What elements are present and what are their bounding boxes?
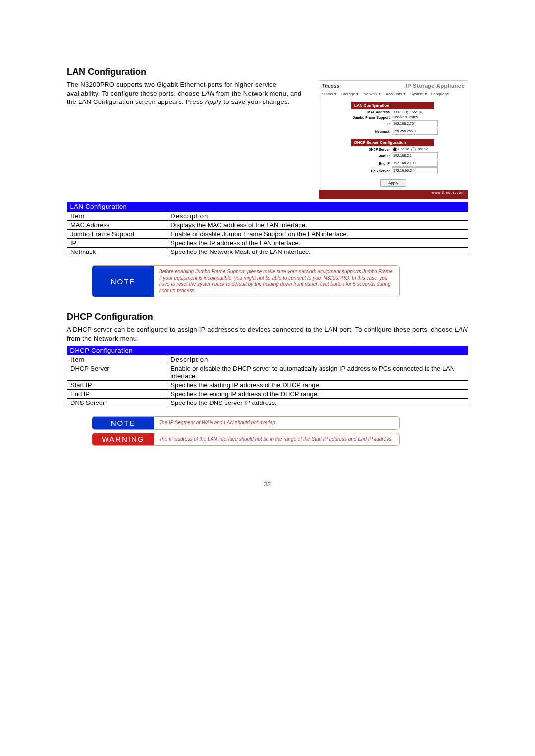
- warning-callout: WARNING The IP address of the LAN interf…: [92, 433, 400, 446]
- menu-storage[interactable]: Storage ▾: [341, 92, 358, 96]
- lan-intro: The N3200PRO supports two Gigabit Ethern…: [67, 80, 310, 199]
- dhcp-r3-item: DNS Server: [67, 399, 167, 407]
- mini-jumbo-suffix: bytes: [409, 115, 418, 119]
- lan-col-item: Item: [67, 212, 167, 221]
- menu-language[interactable]: Language: [431, 92, 449, 96]
- app-title: IP Storage Appliance: [343, 83, 465, 89]
- table-row: MAC Address Displays the MAC address of …: [67, 221, 468, 230]
- dhcp-r0-item: DHCP Server: [67, 364, 167, 381]
- note-text-2: The IP Segment of WAN and LAN should not…: [154, 417, 399, 429]
- mini-radio-enable[interactable]: Enable: [398, 147, 409, 151]
- mini-dhcpserver-value[interactable]: Enable Disable: [392, 147, 438, 152]
- dhcp-r2-item: End IP: [67, 390, 167, 399]
- lan-r2-desc: Specifies the IP address of the LAN inte…: [167, 239, 468, 248]
- lan-r2-item: IP: [67, 239, 167, 248]
- dhcp-r1-item: Start IP: [67, 381, 167, 390]
- warning-label: WARNING: [92, 433, 154, 446]
- mini-section-dhcp: DHCP Server Configuration: [351, 139, 434, 146]
- dhcp-table-title: DHCP Configuration: [67, 346, 468, 355]
- warning-text: The IP address of the LAN interface shou…: [154, 433, 399, 446]
- lan-r3-desc: Specifies the Network Mask of the LAN in…: [167, 248, 468, 256]
- mini-dns-label: DNS Server: [351, 169, 392, 173]
- dhcp-intro-b: LAN: [455, 326, 468, 333]
- dhcp-intro-a: A DHCP server can be configured to assig…: [67, 326, 455, 333]
- note-callout-2: NOTE The IP Segment of WAN and LAN shoul…: [92, 416, 400, 430]
- dhcp-r3-desc: Specifies the DNS server IP address.: [167, 399, 468, 407]
- mini-startip-label: Start IP: [351, 154, 392, 158]
- table-row: DNS Server Specifies the DNS server IP a…: [67, 399, 468, 407]
- note-label: NOTE: [92, 266, 154, 297]
- menu-network[interactable]: Network ▾: [363, 92, 381, 96]
- brand-logo: Thecus: [322, 83, 339, 89]
- lan-def-table: LAN Configuration Item Description MAC A…: [67, 202, 468, 256]
- dhcp-intro-c: from the Network menu.: [67, 335, 139, 342]
- lan-r1-item: Jumbo Frame Support: [67, 230, 167, 239]
- dhcp-intro: A DHCP server can be configured to assig…: [67, 325, 468, 343]
- lan-r1-desc: Enable or disable Jumbo Frame Support on…: [167, 230, 468, 239]
- mini-netmask-label: Netmask: [351, 130, 392, 133]
- lan-r0-item: MAC Address: [67, 221, 167, 230]
- radio-disable-icon[interactable]: [411, 147, 416, 151]
- lan-table-title: LAN Configuration: [67, 202, 468, 212]
- dhcp-r2-desc: Specifies the ending IP address of the D…: [167, 390, 468, 399]
- mini-jumbo-label: Jumbo Frame Support: [351, 116, 392, 119]
- dhcp-r1-desc: Specifies the starting IP address of the…: [167, 381, 468, 390]
- mini-dns-value[interactable]: 172.16.66.244: [392, 167, 438, 174]
- mini-endip-value[interactable]: 192.168.2.100: [392, 160, 438, 167]
- table-row: Netmask Specifies the Network Mask of th…: [67, 248, 468, 256]
- table-row: DHCP Server Enable or disable the DHCP s…: [67, 364, 468, 381]
- lan-config-screenshot: Thecus IP Storage Appliance Status ▾ Sto…: [319, 80, 468, 199]
- mini-radio-disable[interactable]: Disable: [417, 147, 428, 151]
- mini-ip-label: IP: [351, 122, 392, 126]
- table-row: IP Specifies the IP address of the LAN i…: [67, 239, 468, 248]
- menubar: Status ▾ Storage ▾ Network ▾ Accounts ▾ …: [319, 90, 468, 98]
- mini-jumbo-value[interactable]: Disable ▾ bytes: [392, 115, 438, 120]
- page-number: 32: [67, 480, 468, 488]
- table-row: Start IP Specifies the starting IP addre…: [67, 381, 468, 390]
- lan-intro-d: Apply: [205, 98, 221, 105]
- dhcp-def-table: DHCP Configuration Item Description DHCP…: [67, 346, 468, 407]
- note-callout: NOTE Before enabling Jumbo Frame Support…: [92, 265, 400, 297]
- menu-status[interactable]: Status ▾: [322, 92, 336, 96]
- mini-section-lan: LAN Configuration: [351, 102, 434, 109]
- note-label-2: NOTE: [92, 417, 154, 429]
- lan-intro-b: LAN: [202, 90, 214, 97]
- dhcp-col-item: Item: [67, 355, 167, 364]
- lan-col-desc: Description: [167, 212, 468, 221]
- mini-ip-value[interactable]: 192.168.2.254: [392, 120, 438, 127]
- lan-intro-e: to save your changes.: [221, 98, 289, 105]
- lan-r0-desc: Displays the MAC address of the LAN inte…: [167, 221, 468, 230]
- table-row: Jumbo Frame Support Enable or disable Ju…: [67, 230, 468, 239]
- mini-startip-value[interactable]: 192.168.2.1: [392, 152, 438, 159]
- dhcp-heading: DHCP Configuration: [67, 312, 468, 322]
- menu-accounts[interactable]: Accounts ▾: [386, 92, 405, 96]
- note-text: Before enabling Jumbo Frame Support, ple…: [154, 266, 399, 297]
- mini-dhcpserver-label: DHCP Server: [351, 148, 392, 151]
- dhcp-col-desc: Description: [167, 355, 468, 364]
- mini-mac-label: MAC Address: [351, 110, 392, 114]
- mini-mac-value: 00:10:8D:11:22:34: [392, 110, 438, 114]
- menu-system[interactable]: System ▾: [410, 92, 427, 96]
- apply-button[interactable]: Apply: [380, 179, 406, 187]
- mini-footer: www.thecus.com: [319, 190, 468, 199]
- lan-heading: LAN Configuration: [67, 67, 468, 77]
- mini-netmask-value[interactable]: 255.255.255.0: [392, 128, 438, 135]
- mini-endip-label: End IP: [351, 162, 392, 165]
- mini-jumbo-select[interactable]: Disable: [393, 115, 404, 119]
- table-row: End IP Specifies the ending IP address o…: [67, 390, 468, 399]
- lan-r3-item: Netmask: [67, 248, 167, 256]
- radio-enable-icon[interactable]: [393, 147, 397, 151]
- dhcp-r0-desc: Enable or disable the DHCP server to aut…: [167, 364, 468, 381]
